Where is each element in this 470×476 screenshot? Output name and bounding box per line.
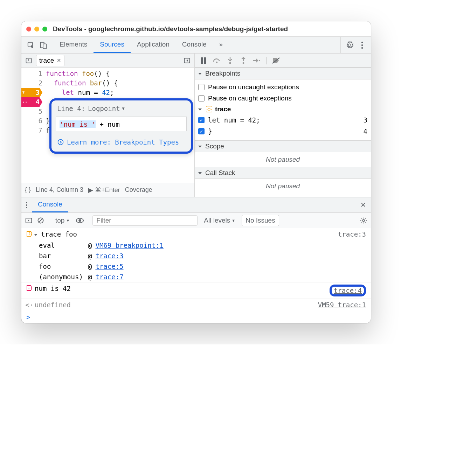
breakpoint-group[interactable]: <> trace: [198, 105, 367, 113]
console-sidebar-toggle-icon[interactable]: [25, 217, 33, 224]
learn-more-link[interactable]: Learn more: Breakpoint Types: [57, 138, 185, 146]
console-log-undefined[interactable]: <· undefined VM59 trace:1: [21, 299, 371, 311]
callstack-not-paused: Not paused: [195, 179, 371, 194]
clear-console-icon[interactable]: [37, 217, 44, 224]
return-arrow-icon: <·: [26, 301, 33, 309]
scope-section-header[interactable]: Scope: [195, 140, 371, 152]
show-navigator-icon[interactable]: [25, 57, 33, 64]
pause-caught-checkbox[interactable]: Pause on caught exceptions: [198, 93, 367, 104]
prompt-chevron-icon: >: [26, 313, 30, 321]
callstack-section-header[interactable]: Call Stack: [195, 167, 371, 179]
source-link[interactable]: VM59 trace:1: [318, 301, 366, 309]
file-tab-label: trace: [39, 57, 54, 64]
context-selector[interactable]: top▼: [53, 216, 72, 225]
logpoint-expression-input[interactable]: 'num is ' + num: [56, 117, 187, 131]
breakpoints-section: Pause on uncaught exceptions Pause on ca…: [195, 79, 371, 140]
device-toolbar-icon[interactable]: [40, 41, 47, 49]
breakpoint-row-2[interactable]: ✓} 4: [198, 126, 367, 137]
maximize-window-button[interactable]: [42, 27, 47, 31]
minimize-window-button[interactable]: [34, 27, 39, 31]
cursor-position: Line 4, Column 3: [36, 186, 83, 194]
step-into-icon[interactable]: [226, 57, 234, 64]
console-output: ? trace foo trace:3 eval@ VM69 breakpoin…: [21, 228, 371, 323]
svg-point-16: [26, 202, 27, 203]
svg-point-4: [361, 44, 363, 46]
log-levels-selector[interactable]: All levels▼: [202, 216, 237, 225]
close-file-icon[interactable]: ✕: [57, 57, 61, 64]
coverage-button[interactable]: Coverage: [125, 186, 152, 194]
inspect-element-icon[interactable]: [27, 41, 35, 49]
svg-line-21: [39, 219, 42, 222]
expr-rest: + num: [96, 120, 120, 128]
devtools-window: DevTools - googlechrome.github.io/devtoo…: [21, 21, 371, 323]
breakpoint-file-icon: <>: [206, 106, 212, 112]
step-icon[interactable]: [253, 57, 261, 64]
warn-badge-icon: ?: [26, 231, 33, 237]
file-tabbar: trace ✕: [21, 54, 194, 68]
svg-text:?: ?: [28, 232, 31, 236]
live-expression-icon[interactable]: [76, 217, 84, 224]
settings-gear-icon[interactable]: [346, 41, 353, 49]
stack-trace: eval@ VM69 breakpoint:1bar@ trace:3foo@ …: [21, 240, 371, 282]
breakpoints-section-header[interactable]: Breakpoints: [195, 68, 371, 79]
devtools-tabstrip: Elements Sources Application Console »: [21, 37, 371, 54]
popover-line-label: Line 4:: [57, 105, 85, 112]
step-over-icon[interactable]: [213, 57, 221, 64]
debugger-toolbar: [195, 54, 371, 68]
scope-not-paused: Not paused: [195, 152, 371, 167]
tab-sources[interactable]: Sources: [94, 37, 131, 53]
sources-panel: trace ✕ 12?3··4567 function foo() { func…: [21, 54, 371, 197]
logpoint-badge-icon: [26, 285, 33, 291]
svg-point-5: [361, 47, 363, 48]
source-footer: { } Line 4, Column 3 ▶ ⌘+Enter Coverage: [21, 183, 194, 197]
tab-application[interactable]: Application: [131, 37, 176, 53]
drawer-menu-icon[interactable]: [21, 197, 32, 212]
drawer-tab-console[interactable]: Console: [32, 197, 68, 212]
console-log-trace[interactable]: ? trace foo trace:3: [21, 228, 371, 240]
step-out-icon[interactable]: [240, 57, 247, 64]
log-text: num is 42: [35, 285, 71, 292]
svg-point-18: [26, 207, 27, 208]
code-column: trace ✕ 12?3··4567 function foo() { func…: [21, 54, 195, 197]
stack-frame[interactable]: eval@ VM69 breakpoint:1: [39, 240, 371, 251]
console-log-numis[interactable]: num is 42 trace:4: [21, 282, 371, 299]
breakpoint-row-1[interactable]: ✓let num = 42; 3: [198, 114, 367, 126]
stack-frame[interactable]: bar@ trace:3: [39, 251, 371, 261]
svg-point-24: [362, 219, 365, 222]
tab-elements[interactable]: Elements: [53, 37, 94, 53]
code-editor[interactable]: 12?3··4567 function foo() { function bar…: [21, 68, 194, 183]
issues-button[interactable]: No Issues: [242, 215, 279, 226]
breakpoint-type-select[interactable]: Logpoint ▼: [88, 105, 125, 112]
svg-point-27: [29, 288, 30, 288]
console-settings-gear-icon[interactable]: [360, 217, 367, 224]
highlighted-source-link[interactable]: trace:4: [330, 285, 366, 296]
debugger-sidebar: Breakpoints Pause on uncaught exceptions…: [195, 54, 371, 197]
pause-uncaught-checkbox[interactable]: Pause on uncaught exceptions: [198, 82, 367, 93]
window-title: DevTools - googlechrome.github.io/devtoo…: [53, 25, 288, 33]
expr-string: 'num is ': [60, 120, 96, 128]
stack-frame[interactable]: (anonymous)@ trace:7: [39, 272, 371, 282]
console-drawer: Console ✕ top▼ All levels▼ No Issues: [21, 197, 371, 323]
svg-point-17: [26, 204, 27, 206]
console-filter-input[interactable]: [92, 215, 198, 226]
run-snippet-button[interactable]: ▶ ⌘+Enter: [88, 186, 120, 194]
svg-point-23: [79, 219, 81, 222]
deactivate-breakpoints-icon[interactable]: [272, 57, 280, 64]
pretty-print-button[interactable]: { }: [25, 186, 31, 194]
console-toolbar: top▼ All levels▼ No Issues: [21, 213, 371, 228]
stack-frame[interactable]: foo@ trace:5: [39, 261, 371, 272]
console-prompt[interactable]: >: [21, 311, 371, 323]
tab-more[interactable]: »: [213, 37, 229, 53]
line-gutter[interactable]: 12?3··4567: [21, 68, 46, 183]
svg-rect-10: [204, 57, 206, 64]
pause-icon[interactable]: [200, 57, 207, 64]
drawer-close-icon[interactable]: ✕: [355, 197, 371, 212]
close-window-button[interactable]: [26, 27, 31, 31]
tab-console[interactable]: Console: [176, 37, 213, 53]
svg-point-12: [229, 62, 231, 64]
traffic-lights: [26, 27, 47, 31]
source-link[interactable]: trace:3: [338, 230, 366, 238]
kebab-menu-icon[interactable]: [358, 41, 366, 49]
file-tab-trace[interactable]: trace ✕: [36, 55, 64, 66]
more-files-icon[interactable]: [183, 57, 191, 64]
